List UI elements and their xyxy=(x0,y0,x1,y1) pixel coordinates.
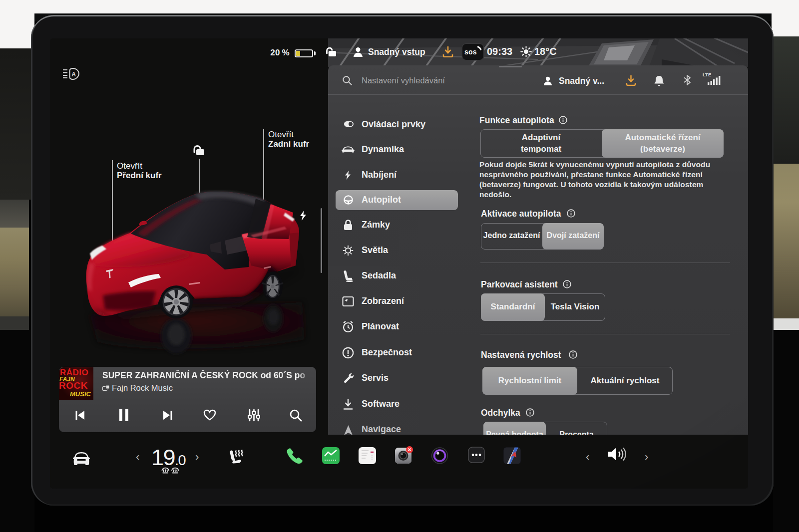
svg-text:A: A xyxy=(71,71,76,78)
